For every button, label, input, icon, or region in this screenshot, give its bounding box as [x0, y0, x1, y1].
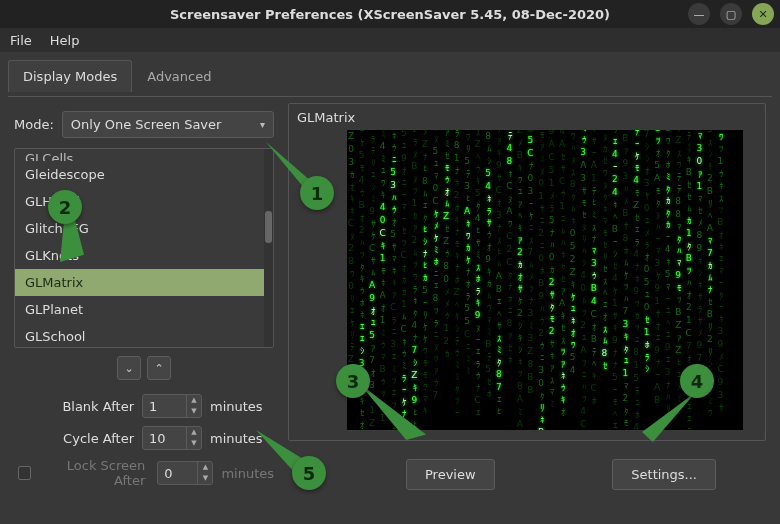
preview-title: GLMatrix: [297, 110, 759, 125]
chevron-down-icon[interactable]: ▼: [187, 406, 201, 417]
cycle-after-spinner[interactable]: 10 ▲▼: [142, 426, 202, 450]
tab-advanced[interactable]: Advanced: [132, 60, 226, 92]
chevron-down-icon[interactable]: ▼: [198, 473, 212, 484]
list-item[interactable]: GLPlanet: [15, 296, 264, 323]
blank-after-unit: minutes: [210, 399, 263, 414]
list-item[interactable]: GLCells: [15, 149, 264, 161]
chevron-up-icon[interactable]: ▲: [187, 395, 201, 406]
chevron-down-icon: ⌄: [124, 362, 133, 375]
tab-bar: Display Modes Advanced: [0, 52, 780, 92]
scrollbar[interactable]: [264, 149, 273, 347]
lock-after-value: 0: [158, 466, 197, 481]
settings-button[interactable]: Settings...: [612, 459, 716, 490]
annotation-bubble-5: 5: [292, 456, 326, 490]
blank-after-label: Blank After: [14, 399, 134, 414]
lock-after-unit: minutes: [221, 466, 274, 481]
list-item[interactable]: GLSchool: [15, 323, 264, 347]
list-down-button[interactable]: ⌄: [117, 356, 141, 380]
blank-after-spinner[interactable]: 1 ▲▼: [142, 394, 202, 418]
close-button[interactable]: ✕: [752, 3, 774, 25]
mode-select[interactable]: Only One Screen Saver ▾: [62, 111, 274, 138]
list-item[interactable]: Gleidescope: [15, 161, 264, 188]
list-up-button[interactable]: ⌃: [147, 356, 171, 380]
mode-select-value: Only One Screen Saver: [71, 117, 222, 132]
cycle-after-label: Cycle After: [14, 431, 134, 446]
screensaver-list[interactable]: GLCells Gleidescope GLHanoi GlitchPEG GL…: [14, 148, 274, 348]
minimize-button[interactable]: —: [688, 3, 710, 25]
chevron-down-icon: ▾: [260, 119, 265, 130]
tab-display-modes[interactable]: Display Modes: [8, 60, 132, 92]
list-item-selected[interactable]: GLMatrix: [15, 269, 264, 296]
chevron-up-icon[interactable]: ▲: [187, 427, 201, 438]
menu-help[interactable]: Help: [50, 33, 80, 48]
window-titlebar: Screensaver Preferences (XScreenSaver 5.…: [0, 0, 780, 28]
lock-after-label: Lock Screen After: [39, 458, 145, 488]
annotation-bubble-1: 1: [300, 176, 334, 210]
chevron-up-icon: ⌃: [154, 362, 163, 375]
annotation-bubble-3: 3: [336, 364, 370, 398]
menu-file[interactable]: File: [10, 33, 32, 48]
menubar: File Help: [0, 28, 780, 52]
blank-after-value: 1: [143, 399, 186, 414]
window-title: Screensaver Preferences (XScreenSaver 5.…: [0, 7, 780, 22]
cycle-after-unit: minutes: [210, 431, 263, 446]
chevron-down-icon[interactable]: ▼: [187, 438, 201, 449]
lock-after-spinner[interactable]: 0 ▲▼: [157, 461, 213, 485]
cycle-after-value: 10: [143, 431, 186, 446]
annotation-bubble-2: 2: [48, 190, 82, 224]
annotation-bubble-4: 4: [680, 364, 714, 398]
chevron-up-icon[interactable]: ▲: [198, 462, 212, 473]
scrollbar-thumb[interactable]: [265, 211, 272, 243]
maximize-button[interactable]: ▢: [720, 3, 742, 25]
list-item[interactable]: GLKnots: [15, 242, 264, 269]
lock-screen-checkbox[interactable]: [18, 466, 31, 480]
preview-button[interactable]: Preview: [406, 459, 495, 490]
mode-label: Mode:: [14, 117, 54, 132]
